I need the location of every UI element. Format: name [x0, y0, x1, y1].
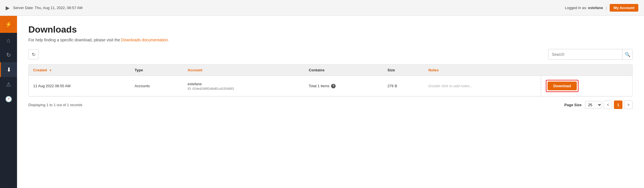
sidebar-logo[interactable]: ⚡ — [0, 16, 17, 33]
current-page: 1 — [614, 101, 622, 109]
downloads-docs-link[interactable]: Downloads documentation. — [121, 38, 169, 42]
history-icon: 🕐 — [5, 96, 12, 102]
search-button[interactable]: 🔍 — [622, 49, 632, 59]
logged-in-label: Logged in as: estefane — [565, 6, 603, 10]
cell-type: Accounts — [130, 76, 183, 96]
next-page-button[interactable]: > — [624, 101, 633, 109]
page-size-select[interactable]: 25 10 50 100 — [585, 101, 602, 109]
logged-in-user: estefane — [588, 6, 603, 10]
cell-account: estefane ID: 62ded24882d6d81cd1554683 — [183, 76, 304, 96]
sidebar-item-alerts[interactable]: ⚠ — [0, 77, 17, 92]
table-container: Created ▼ Type Account Contains Size Not… — [28, 64, 633, 97]
top-bar: ▶ Server Date: Thu, Aug 11, 2022, 08:57 … — [0, 0, 644, 16]
server-date: Server Date: Thu, Aug 11, 2022, 08:57 AM — [13, 6, 83, 10]
expand-icon[interactable]: ▶ — [6, 5, 10, 11]
prev-page-button[interactable]: < — [604, 101, 612, 109]
col-created[interactable]: Created ▼ — [29, 65, 130, 76]
col-action — [541, 65, 632, 76]
toolbar: ↻ 🔍 — [28, 49, 633, 60]
cell-contains: Total 1 items ? — [304, 76, 383, 96]
sidebar-item-history[interactable]: 🕐 — [0, 92, 17, 106]
download-cell-wrapper: Download — [546, 80, 578, 92]
col-contains: Contains — [304, 65, 383, 76]
col-account[interactable]: Account — [183, 65, 304, 76]
sidebar-item-refresh[interactable]: ↻ — [0, 48, 17, 62]
sidebar: ⚡ ⌂ ↻ ⬇ ⚠ 🕐 — [0, 16, 17, 188]
home-icon: ⌂ — [7, 37, 10, 44]
download-button[interactable]: Download — [548, 82, 576, 90]
page-subtitle: For help finding a specific download, pl… — [28, 38, 633, 42]
toolbar-left: ↻ — [28, 49, 39, 59]
download-icon: ⬇ — [7, 66, 11, 73]
svg-text:⚡: ⚡ — [5, 21, 12, 27]
top-bar-left: ▶ Server Date: Thu, Aug 11, 2022, 08:57 … — [6, 5, 83, 11]
layout: ⚡ ⌂ ↻ ⬇ ⚠ 🕐 Downloads For help finding a… — [0, 16, 644, 188]
contains-cell: Total 1 items ? — [309, 84, 378, 88]
refresh-button[interactable]: ↻ — [28, 49, 39, 59]
page-size-label: Page Size — [564, 103, 582, 107]
col-type: Type — [130, 65, 183, 76]
refresh-icon: ↻ — [6, 52, 11, 58]
cell-size: 276 B — [383, 76, 424, 96]
divider: | — [606, 6, 607, 10]
col-size: Size — [383, 65, 424, 76]
col-notes[interactable]: Notes — [424, 65, 541, 76]
table-footer: Displaying 1 to 1 out of 1 records Page … — [28, 97, 633, 113]
downloads-table: Created ▼ Type Account Contains Size Not… — [29, 65, 632, 96]
help-icon[interactable]: ? — [331, 84, 336, 88]
alert-icon: ⚠ — [6, 81, 11, 88]
table-row: 11 Aug 2022 08:55 AM Accounts estefane I… — [29, 76, 632, 96]
account-id: ID: 62ded24882d6d81cd1554683 — [188, 87, 300, 90]
top-bar-right: Logged in as: estefane | My Account — [565, 4, 638, 12]
sidebar-item-home[interactable]: ⌂ — [0, 33, 17, 48]
table-header-row: Created ▼ Type Account Contains Size Not… — [29, 65, 632, 76]
search-input[interactable] — [548, 49, 622, 59]
my-account-button[interactable]: My Account — [610, 4, 638, 12]
cell-notes[interactable]: Double click to add notes... — [424, 76, 541, 96]
page-title: Downloads — [28, 24, 633, 35]
main-content: Downloads For help finding a specific do… — [17, 16, 644, 188]
account-name: estefane — [188, 82, 300, 86]
pagination: Page Size 25 10 50 100 < 1 > — [564, 101, 633, 109]
sort-arrow-created: ▼ — [49, 69, 52, 72]
sidebar-item-download[interactable]: ⬇ — [0, 62, 17, 77]
display-count: Displaying 1 to 1 out of 1 records — [28, 103, 82, 107]
search-box: 🔍 — [548, 49, 633, 60]
cell-action: Download — [541, 76, 632, 96]
cell-created: 11 Aug 2022 08:55 AM — [29, 76, 130, 96]
